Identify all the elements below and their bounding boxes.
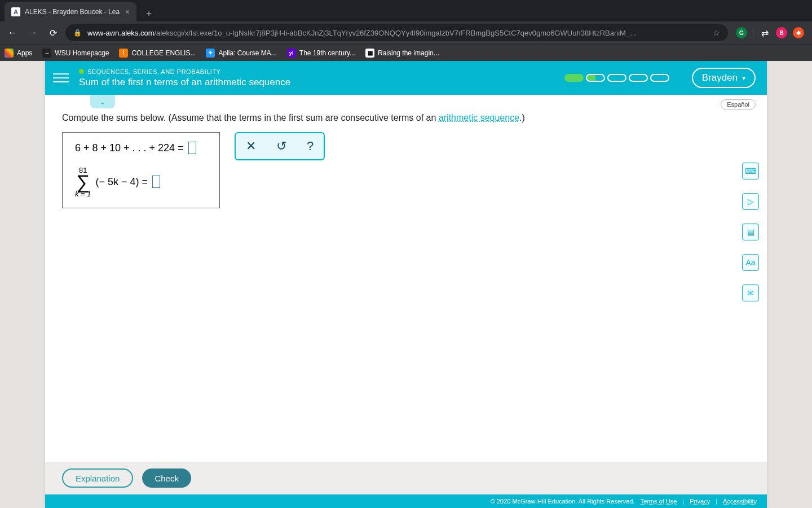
equation-line-2: 81 ∑ k = 1 (− 5k − 4) = [75,167,207,198]
aleks-header: SEQUENCES, SERIES, AND PROBABILITY Sum o… [45,61,767,95]
language-toggle[interactable]: Español [721,99,756,110]
undo-button[interactable]: ↺ [276,139,286,154]
video-button[interactable]: ▷ [742,193,759,210]
footer-separator: | [682,498,684,505]
content-area: ⌄ Español Compute the sums below. (Assum… [45,95,767,462]
progress-segment [650,74,669,82]
question-row: 6 + 8 + 10 + . . . + 224 = 81 ∑ k = 1 (−… [62,132,750,208]
user-menu[interactable]: Brayden ▾ [692,68,756,88]
aleks-app: SEQUENCES, SERIES, AND PROBABILITY Sum o… [45,61,767,508]
chevron-down-icon: ⌄ [99,97,106,106]
browser-tab[interactable]: A ALEKS - Brayden Boucek - Lea × [5,2,136,21]
sigma-notation: 81 ∑ k = 1 [75,167,91,198]
raising-label: Raising the imagin... [378,49,439,57]
answer-input-1[interactable] [188,142,196,154]
progress-indicator [564,74,669,82]
terms-link[interactable]: Terms of Use [641,498,677,505]
calculator-button[interactable]: ⌨ [742,163,759,179]
ebook-button[interactable]: ▤ [742,224,759,240]
extension-icon[interactable]: ✱ [793,27,804,38]
progress-segment [586,74,605,82]
aleks-favicon: A [11,7,20,16]
side-toolbar: ⌨ ▷ ▤ Aa ✉ [742,163,759,301]
sigma-lower: k = 1 [75,190,91,198]
bookmark-icon: y! [287,49,296,58]
century-label: The 19th century... [299,49,355,57]
user-name: Brayden [702,72,738,84]
chevron-down-icon: ▾ [742,74,745,82]
back-button[interactable]: ← [5,25,20,41]
close-tab-icon[interactable]: × [125,7,130,16]
lock-icon: 🔒 [73,29,82,37]
bookmark-icon: ! [119,49,128,58]
wsu-bookmark[interactable]: →WSU Homepacge [42,49,109,58]
bookmark-icon: ▦ [365,49,374,58]
media-control-icon[interactable]: ⇄ [759,28,770,38]
browser-toolbar: ← → ⟳ 🔒 www-awn.aleks.com/alekscgi/x/Isl… [0,21,812,44]
sigma-symbol-icon: ∑ [76,174,90,190]
profile-badge[interactable]: B [776,27,787,38]
tab-title: ALEKS - Brayden Boucek - Lea [25,8,121,16]
bookmark-star-icon[interactable]: ☆ [713,28,720,37]
footer-separator: | [716,498,717,505]
bookmark-icon: ✦ [206,49,215,58]
check-button[interactable]: Check [142,468,191,488]
college-label: COLLEGE ENGLIS... [131,49,196,57]
explanation-button[interactable]: Explanation [62,468,133,488]
wsu-label: WSU Homepacge [55,49,109,57]
progress-segment [564,74,584,82]
new-tab-button[interactable]: + [141,6,157,21]
raising-bookmark[interactable]: ▦Raising the imagin... [365,49,439,58]
college-bookmark[interactable]: !COLLEGE ENGLIS... [119,49,196,58]
toolbar-separator [753,28,753,38]
question-prompt: Compute the sums below. (Assume that the… [62,113,750,123]
century-bookmark[interactable]: y!The 19th century... [287,49,355,58]
text-size-button[interactable]: Aa [742,254,759,271]
apps-label: Apps [17,49,32,57]
prompt-text: .) [519,113,525,122]
collapse-toggle[interactable]: ⌄ [90,95,115,108]
apps-icon [5,49,14,58]
address-bar[interactable]: 🔒 www-awn.aleks.com/alekscgi/x/Isl.exe/1… [65,24,728,41]
action-toolbar: ✕ ↺ ? [235,132,325,160]
help-button[interactable]: ? [307,139,314,154]
page-background: SEQUENCES, SERIES, AND PROBABILITY Sum o… [0,61,812,508]
privacy-link[interactable]: Privacy [690,498,710,505]
header-titles: SEQUENCES, SERIES, AND PROBABILITY Sum o… [79,68,290,88]
progress-segment [629,74,648,82]
answer-input-2[interactable] [152,176,160,188]
breadcrumb-text: SEQUENCES, SERIES, AND PROBABILITY [87,68,220,75]
bookmarks-bar: Apps →WSU Homepacge !COLLEGE ENGLIS... ✦… [0,44,812,61]
accessibility-link[interactable]: Accessibility [723,498,757,505]
bookmark-icon: → [42,49,51,58]
sigma-expression: (− 5k − 4) = [96,176,148,188]
menu-button[interactable] [53,70,69,86]
forward-button[interactable]: → [25,25,41,41]
copyright-text: © 2020 McGraw-Hill Education. All Rights… [491,498,635,505]
bottom-bar: Explanation Check [45,462,767,494]
extension-cluster: G ⇄ B ✱ [732,27,807,38]
aplia-label: Aplia: Course MA... [218,49,276,57]
footer: © 2020 McGraw-Hill Education. All Rights… [45,494,767,508]
aplia-bookmark[interactable]: ✦Aplia: Course MA... [206,49,276,58]
progress-segment [607,74,626,82]
clear-button[interactable]: ✕ [246,139,256,154]
grammarly-icon[interactable]: G [736,27,747,38]
browser-tab-strip: A ALEKS - Brayden Boucek - Lea × + [0,0,812,21]
breadcrumb: SEQUENCES, SERIES, AND PROBABILITY [79,68,290,75]
equation-line-1: 6 + 8 + 10 + . . . + 224 = [75,142,207,154]
message-button[interactable]: ✉ [742,284,759,301]
question-box: 6 + 8 + 10 + . . . + 224 = 81 ∑ k = 1 (−… [62,132,220,208]
status-dot-icon [79,69,84,74]
apps-bookmark[interactable]: Apps [5,49,32,58]
glossary-link[interactable]: arithmetic sequence [439,113,519,122]
url-text: www-awn.aleks.com/alekscgi/x/Isl.exe/1o_… [87,29,707,37]
reload-button[interactable]: ⟳ [45,25,61,41]
lesson-title: Sum of the first n terms of an arithmeti… [79,77,290,88]
prompt-text: Compute the sums below. (Assume that the… [62,113,439,122]
equation-text: 6 + 8 + 10 + . . . + 224 = [75,142,184,154]
